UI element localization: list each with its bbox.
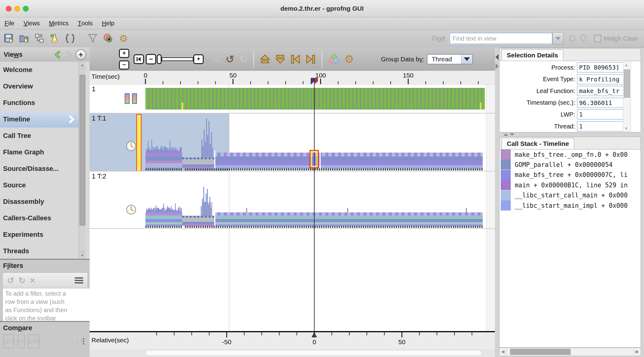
menu-metrics[interactable]: Metrics <box>45 17 73 29</box>
detail-value-field[interactable]: make_bfs_tr <box>577 86 625 96</box>
navigate-back-icon[interactable] <box>54 50 62 59</box>
match-case-checkbox[interactable] <box>594 35 601 42</box>
navigate-forward-icon[interactable] <box>65 50 73 59</box>
row-label-thread2: 1 T:2 <box>92 172 106 180</box>
next-event-icon[interactable] <box>305 54 316 65</box>
sidebar-item-source[interactable]: Source <box>0 177 79 193</box>
timeline-horizontal-scrollbar[interactable] <box>145 350 482 356</box>
sidebar-item-welcome[interactable]: Welcome <box>0 62 79 78</box>
group-data-by-dropdown[interactable]: Thread <box>427 54 473 64</box>
sidebar-item-source-disasse-[interactable]: Source/Disasse... <box>0 160 79 177</box>
compare-button-[interactable]: +/- <box>17 334 25 348</box>
filters-toolbar: ↺ ↻ × <box>2 272 88 288</box>
save-experiment-icon[interactable] <box>3 32 15 45</box>
zoom-slider-minus[interactable]: − <box>146 54 156 64</box>
compare-button-123[interactable]: 12.3 <box>3 334 14 348</box>
details-scrollbar[interactable]: ▲ ▼ <box>623 62 631 132</box>
record-filter-icon[interactable] <box>102 32 114 45</box>
sidebar-item-experiments[interactable]: Experiments <box>0 226 79 243</box>
detail-row: LWP:1 <box>499 110 641 119</box>
open-experiment-icon[interactable] <box>18 32 30 45</box>
previous-event-icon[interactable] <box>290 54 301 65</box>
call-stack-frame[interactable]: make_bfs_tree._omp_fn.0 + 0x00 <box>499 150 641 160</box>
details-scrollbar-thumb <box>624 70 630 98</box>
detail-value-field[interactable]: PID 809653] <box>577 62 625 73</box>
detail-label: Thread: <box>499 123 577 130</box>
selection-details-tab[interactable]: Selection Details <box>502 49 563 61</box>
sidebar-item-overview[interactable]: Overview <box>0 78 79 95</box>
filter-funnel-icon[interactable] <box>87 32 99 45</box>
move-down-callstack-icon[interactable] <box>275 54 286 65</box>
detail-value-field[interactable]: 96.386011 <box>577 98 625 108</box>
compare-section: Compare 12.3+/-1.1X ↓↑ <box>0 322 90 357</box>
export-tree-icon[interactable] <box>34 32 46 45</box>
vertical-zoom-out-button[interactable]: − <box>119 60 129 70</box>
call-stack-tab[interactable]: Call Stack - Timeline <box>502 138 574 149</box>
compare-title: Compare <box>3 324 90 332</box>
call-stack-horizontal-scrollbar[interactable]: ◀ ▶ <box>499 348 641 356</box>
frame-text: main + 0x00000B1C, line 529 in <box>515 182 628 189</box>
sidebar-item-flame-graph[interactable]: Flame Graph <box>0 144 79 160</box>
vertical-zoom-in-button[interactable]: + <box>119 49 129 58</box>
settings-gear-icon[interactable]: ⚙ <box>117 32 130 45</box>
color-chooser-icon[interactable] <box>328 53 340 65</box>
sidebar-item-callers-callees[interactable]: Callers-Callees <box>0 210 79 226</box>
find-zone: Find: Match Case <box>432 30 638 47</box>
frame-color-swatch <box>501 160 511 170</box>
split-view-icon[interactable] <box>64 32 76 45</box>
sidebar-item-call-tree[interactable]: Call Tree <box>0 128 79 144</box>
menu-views[interactable]: Views <box>19 17 44 29</box>
add-view-button[interactable]: + <box>76 49 86 60</box>
compare-sort-icon[interactable]: ↓↑ <box>76 337 83 346</box>
reset-zoom-button[interactable] <box>134 54 144 64</box>
row-gutter-thread2[interactable]: 1 T:2 <box>90 171 229 228</box>
sidebar-item-timeline[interactable]: Timeline <box>0 111 79 128</box>
filter-remove-icon[interactable]: × <box>30 275 35 286</box>
frame-text: GOMP_parallel + 0x00000054 <box>515 161 613 168</box>
gutter-border <box>229 84 229 348</box>
new-experiment-icon[interactable] <box>49 32 61 45</box>
find-input[interactable] <box>449 33 553 44</box>
compare-button-11X[interactable]: 1.1X <box>28 334 40 348</box>
undo-icon[interactable]: ↺ <box>226 53 234 65</box>
find-next-icon[interactable] <box>579 33 589 44</box>
filter-undo-icon[interactable]: ↺ <box>7 276 14 286</box>
detail-value-field[interactable]: k Profiling <box>577 74 625 85</box>
zoom-slider-handle[interactable] <box>157 54 162 64</box>
filter-redo-icon[interactable]: ↻ <box>18 276 25 286</box>
call-stack-frame[interactable]: __libc_start_main_impl + 0x000 <box>499 200 641 211</box>
detail-value-field[interactable]: 1 <box>577 109 625 120</box>
clock-profiling-icon <box>126 141 136 151</box>
row-gutter-experiment[interactable]: 1 <box>90 84 229 113</box>
views-header: Views + <box>0 47 90 62</box>
relative-axis <box>90 331 495 349</box>
timeline-vertical-scrollbar[interactable] <box>486 84 495 331</box>
sidebar-item-disassembly[interactable]: Disassembly <box>0 193 79 210</box>
call-stack-frame[interactable]: make_bfs_tree + 0x0000007C, li <box>499 170 641 180</box>
row-gutter-thread1[interactable]: 1 T:1 <box>90 114 229 171</box>
detail-row: Timestamp (sec.):96.386011 <box>499 98 641 108</box>
group-data-by-value: Thread <box>428 55 461 64</box>
panel-splitter[interactable] <box>495 47 499 357</box>
zoom-slider-track[interactable] <box>162 57 193 61</box>
frame-text: make_bfs_tree + 0x0000007C, li <box>515 171 628 179</box>
call-stack-frame[interactable]: main + 0x00000B1C, line 529 in <box>499 180 641 190</box>
filters-menu-icon[interactable] <box>75 276 83 285</box>
call-stack-frame[interactable]: GOMP_parallel + 0x00000054 <box>499 160 641 170</box>
compare-menu-icon[interactable] <box>83 337 84 346</box>
call-stack-frame[interactable]: __libc_start_call_main + 0x000 <box>499 190 641 200</box>
zoom-slider-plus[interactable]: + <box>193 54 204 64</box>
timeline-settings-gear-icon[interactable]: ⚙ <box>344 53 354 66</box>
menu-tools[interactable]: Tools <box>73 17 97 29</box>
find-history-dropdown[interactable] <box>553 32 564 45</box>
move-up-callstack-icon[interactable] <box>259 54 270 65</box>
menu-help[interactable]: Help <box>97 17 119 29</box>
views-scrollbar[interactable]: ▲ ▼ <box>79 62 86 259</box>
menu-file[interactable]: File <box>0 17 19 29</box>
find-previous-icon[interactable] <box>568 33 578 44</box>
sidebar-item-threads[interactable]: Threads <box>0 243 79 259</box>
vertical-splitter[interactable] <box>499 132 641 137</box>
sidebar-item-functions[interactable]: Functions <box>0 95 79 111</box>
detail-value-field[interactable]: 1 <box>577 121 625 132</box>
group-data-by-label: Group Data by: <box>381 56 424 63</box>
